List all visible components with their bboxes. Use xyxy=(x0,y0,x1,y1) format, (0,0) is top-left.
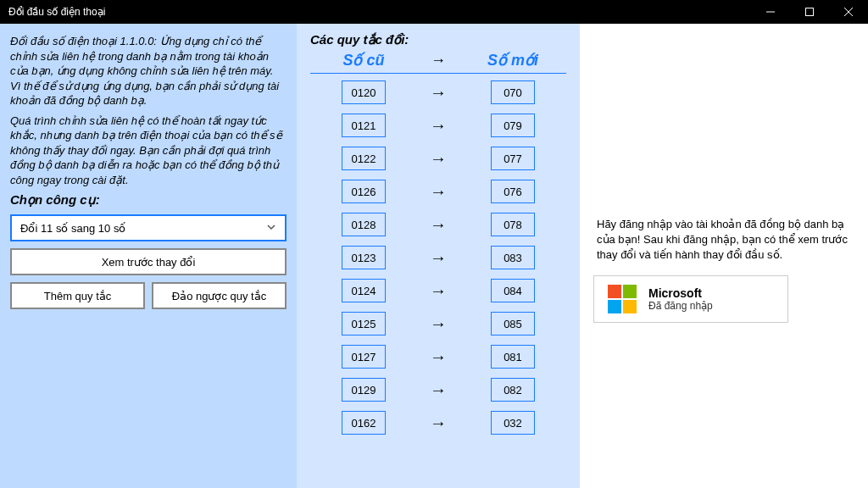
window-controls xyxy=(751,0,868,24)
old-number-box[interactable]: 0123 xyxy=(342,246,386,269)
arrow-right-icon: → xyxy=(410,380,466,400)
arrow-right-icon: → xyxy=(410,281,466,301)
maximize-button[interactable] xyxy=(790,0,829,24)
new-number-box[interactable]: 070 xyxy=(491,80,535,104)
arrow-right-icon: → xyxy=(410,182,466,202)
app-body: Đổi đầu số điện thoại 1.1.0.0: Ứng dụng … xyxy=(0,24,868,488)
old-number-box[interactable]: 0126 xyxy=(342,180,386,203)
new-number-box[interactable]: 078 xyxy=(491,213,535,236)
microsoft-logo-icon xyxy=(608,285,637,313)
rules-divider xyxy=(310,73,566,74)
rule-row: 0128→078 xyxy=(310,213,566,236)
close-button[interactable] xyxy=(829,0,868,24)
tool-heading: Chọn công cụ: xyxy=(10,192,287,208)
arrow-right-icon: → xyxy=(410,314,466,334)
left-panel: Đổi đầu số điện thoại 1.1.0.0: Ứng dụng … xyxy=(0,24,297,488)
rules-list: 0120→0700121→0790122→0770126→0760128→078… xyxy=(310,80,566,435)
tool-select[interactable]: Đổi 11 số sang 10 số xyxy=(10,214,287,241)
rules-panel: Các quy tắc đổi: Số cũ → Số mới 0120→070… xyxy=(297,24,580,488)
rules-heading: Các quy tắc đổi: xyxy=(310,32,566,47)
rule-row: 0120→070 xyxy=(310,80,566,104)
rule-row: 0122→077 xyxy=(310,147,566,170)
arrow-right-icon: → xyxy=(410,149,466,169)
new-number-box[interactable]: 077 xyxy=(491,147,535,170)
old-number-box[interactable]: 0129 xyxy=(342,378,386,402)
rule-row: 0126→076 xyxy=(310,180,566,203)
window-title: Đổi đầu số điện thoại xyxy=(8,6,105,18)
rule-row: 0125→085 xyxy=(310,312,566,336)
old-number-box[interactable]: 0162 xyxy=(342,411,386,435)
microsoft-name: Microsoft xyxy=(648,286,713,300)
arrow-right-icon: → xyxy=(410,347,466,367)
reverse-rule-label: Đảo ngược quy tắc xyxy=(172,290,267,302)
new-number-box[interactable]: 032 xyxy=(491,411,535,435)
rule-row: 0129→082 xyxy=(310,378,566,402)
rule-row: 0127→081 xyxy=(310,345,566,369)
old-number-box[interactable]: 0122 xyxy=(342,147,386,170)
tool-select-value: Đổi 11 số sang 10 số xyxy=(20,222,125,235)
chevron-down-icon xyxy=(266,222,276,235)
new-number-box[interactable]: 076 xyxy=(491,180,535,203)
new-number-box[interactable]: 083 xyxy=(491,246,535,269)
new-number-box[interactable]: 079 xyxy=(491,114,535,137)
new-number-box[interactable]: 084 xyxy=(491,279,535,302)
new-number-box[interactable]: 081 xyxy=(491,345,535,369)
arrow-right-icon: → xyxy=(410,215,466,235)
rule-row: 0121→079 xyxy=(310,114,566,137)
microsoft-account-text: Microsoft Đã đăng nhập xyxy=(648,286,713,312)
arrow-right-icon: → xyxy=(410,116,466,136)
arrow-header-icon: → xyxy=(410,52,466,69)
preview-button[interactable]: Xem trước thay đổi xyxy=(10,248,287,275)
old-number-box[interactable]: 0127 xyxy=(342,345,386,369)
reverse-rule-button[interactable]: Đảo ngược quy tắc xyxy=(152,282,287,309)
old-number-box[interactable]: 0125 xyxy=(342,312,386,336)
add-rule-button[interactable]: Thêm quy tắc xyxy=(10,282,145,309)
microsoft-status: Đã đăng nhập xyxy=(648,300,713,312)
old-column-header: Số cũ xyxy=(317,51,410,69)
arrow-right-icon: → xyxy=(410,83,466,103)
add-rule-label: Thêm quy tắc xyxy=(44,290,112,302)
svg-rect-1 xyxy=(806,8,814,16)
new-number-box[interactable]: 085 xyxy=(491,312,535,336)
old-number-box[interactable]: 0121 xyxy=(342,114,386,137)
new-column-header: Số mới xyxy=(466,51,559,69)
arrow-right-icon: → xyxy=(410,248,466,268)
right-panel: Hãy đăng nhập vào tài khoản đã đồng bộ d… xyxy=(580,24,868,488)
preview-button-label: Xem trước thay đổi xyxy=(102,256,196,269)
login-note: Hãy đăng nhập vào tài khoản đã đồng bộ d… xyxy=(593,217,854,275)
new-number-box[interactable]: 082 xyxy=(491,378,535,402)
rules-header-row: Số cũ → Số mới xyxy=(310,51,566,73)
rule-row: 0162→032 xyxy=(310,411,566,435)
old-number-box[interactable]: 0124 xyxy=(342,279,386,302)
intro-text-1: Đổi đầu số điện thoại 1.1.0.0: Ứng dụng … xyxy=(10,34,287,108)
rule-row: 0123→083 xyxy=(310,246,566,269)
arrow-right-icon: → xyxy=(410,413,466,433)
intro-text-2: Quá trình chỉnh sửa liên hệ có thể hoàn … xyxy=(10,114,287,188)
old-number-box[interactable]: 0120 xyxy=(342,80,386,104)
rule-row: 0124→084 xyxy=(310,279,566,302)
minimize-button[interactable] xyxy=(751,0,790,24)
microsoft-account-card[interactable]: Microsoft Đã đăng nhập xyxy=(593,275,788,323)
old-number-box[interactable]: 0128 xyxy=(342,213,386,236)
titlebar: Đổi đầu số điện thoại xyxy=(0,0,868,24)
